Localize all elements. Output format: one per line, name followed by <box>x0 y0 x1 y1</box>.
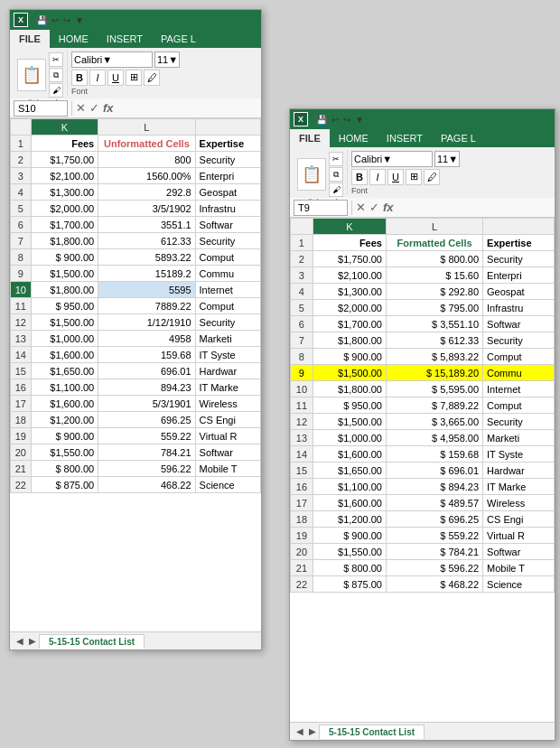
cell2-l-20[interactable]: $ 784.21 <box>386 544 482 560</box>
format-painter-2[interactable]: 🖌 <box>329 182 343 197</box>
cell2-k-1[interactable]: Fees <box>313 235 386 251</box>
formula-input-2[interactable] <box>394 202 551 213</box>
cell2-k-13[interactable]: $1,000.00 <box>313 430 386 446</box>
col-header-m-2[interactable] <box>483 219 555 235</box>
tab-home-2[interactable]: HOME <box>330 129 378 147</box>
cell2-m-12[interactable]: Security <box>483 414 555 430</box>
cell-m-18[interactable]: CS Engi <box>195 412 260 428</box>
undo-btn-1[interactable]: ↩ <box>51 14 60 26</box>
cell2-m-15[interactable]: Hardwar <box>483 463 555 479</box>
cell2-l-11[interactable]: $ 7,889.22 <box>386 397 482 414</box>
cell-m-22[interactable]: Science <box>195 477 260 493</box>
x-icon-1[interactable]: ✕ <box>76 101 86 115</box>
cell2-k-6[interactable]: $1,700.00 <box>313 316 386 332</box>
nav-right-1[interactable]: ▶ <box>26 636 39 646</box>
cell-k-5[interactable]: $2,000.00 <box>31 201 98 217</box>
cell-l-10[interactable]: 5595 <box>98 282 195 298</box>
cell-m-9[interactable]: Commu <box>195 266 260 282</box>
cell-l-4[interactable]: 292.8 <box>98 184 195 201</box>
cell2-k-2[interactable]: $1,750.00 <box>313 251 386 267</box>
cell-m-16[interactable]: IT Marke <box>195 379 260 396</box>
cell-l-2[interactable]: 800 <box>98 152 195 168</box>
cell2-k-15[interactable]: $1,650.00 <box>313 463 386 479</box>
tab-home-1[interactable]: HOME <box>50 30 98 48</box>
cell2-k-16[interactable]: $1,100.00 <box>313 479 386 495</box>
cell2-m-2[interactable]: Security <box>483 251 555 267</box>
cell-k-7[interactable]: $1,800.00 <box>31 233 98 249</box>
cell2-l-16[interactable]: $ 894.23 <box>386 479 482 495</box>
cell2-k-4[interactable]: $1,300.00 <box>313 284 386 300</box>
cell-l-13[interactable]: 4958 <box>98 331 195 347</box>
cell2-l-12[interactable]: $ 3,665.00 <box>386 414 482 430</box>
cell-l-3[interactable]: 1560.00% <box>98 168 195 184</box>
cell2-m-17[interactable]: Wireless <box>483 495 555 511</box>
cell-m-1[interactable]: Expertise <box>195 136 260 152</box>
cell-k-12[interactable]: $1,500.00 <box>31 314 98 331</box>
cell-m-8[interactable]: Comput <box>195 249 260 266</box>
cell2-k-9[interactable]: $1,500.00 <box>313 365 386 381</box>
cell-l-16[interactable]: 894.23 <box>98 379 195 396</box>
italic-button-1[interactable]: I <box>89 70 106 86</box>
cut-button-1[interactable]: ✂ <box>49 52 63 67</box>
cell2-l-4[interactable]: $ 292.80 <box>386 284 482 300</box>
cell-m-4[interactable]: Geospat <box>195 184 260 201</box>
tab-insert-1[interactable]: INSERT <box>98 30 152 48</box>
cell-k-18[interactable]: $1,200.00 <box>31 412 98 428</box>
cell2-m-1[interactable]: Expertise <box>483 235 555 251</box>
cell2-k-18[interactable]: $1,200.00 <box>313 511 386 528</box>
cell2-l-21[interactable]: $ 596.22 <box>386 560 482 576</box>
formula-input-1[interactable] <box>114 103 257 114</box>
cell-l-20[interactable]: 784.21 <box>98 444 195 461</box>
redo-btn-1[interactable]: ↪ <box>62 14 71 26</box>
paste-button-1[interactable]: 📋 <box>17 59 46 91</box>
cell2-l-3[interactable]: $ 15.60 <box>386 267 482 284</box>
cell2-l-18[interactable]: $ 696.25 <box>386 511 482 528</box>
nav-left-1[interactable]: ◀ <box>14 636 26 646</box>
font-name-dropdown-1[interactable]: Calibri▼ <box>71 51 153 68</box>
redo-btn-2[interactable]: ↪ <box>342 114 351 126</box>
cell2-m-3[interactable]: Enterpri <box>483 267 555 284</box>
check-icon-1[interactable]: ✓ <box>89 101 99 115</box>
tab-file-2[interactable]: FILE <box>290 129 330 147</box>
cell2-k-11[interactable]: $ 950.00 <box>313 397 386 414</box>
cell2-k-21[interactable]: $ 800.00 <box>313 560 386 576</box>
cell2-l-13[interactable]: $ 4,958.00 <box>386 430 482 446</box>
cell-m-3[interactable]: Enterpri <box>195 168 260 184</box>
border-button-1[interactable]: ⊞ <box>126 70 142 86</box>
format-painter-1[interactable]: 🖌 <box>49 83 63 98</box>
cell2-l-7[interactable]: $ 612.33 <box>386 332 482 349</box>
check-icon-2[interactable]: ✓ <box>369 201 379 214</box>
cell2-k-12[interactable]: $1,500.00 <box>313 414 386 430</box>
cell-k-11[interactable]: $ 950.00 <box>31 298 98 314</box>
cell2-m-13[interactable]: Marketi <box>483 430 555 446</box>
cell-l-19[interactable]: 559.22 <box>98 428 195 444</box>
fill-button-2[interactable]: 🖊 <box>424 169 440 185</box>
cell2-m-10[interactable]: Internet <box>483 381 555 397</box>
bold-button-1[interactable]: B <box>71 70 88 86</box>
tab-file-1[interactable]: FILE <box>10 30 50 48</box>
sheet-tab-1[interactable]: 5-15-15 Contact List <box>39 634 145 649</box>
cell2-k-5[interactable]: $2,000.00 <box>313 300 386 316</box>
cell2-k-20[interactable]: $1,550.00 <box>313 544 386 560</box>
dropdown-btn-1[interactable]: ▼ <box>74 14 85 26</box>
cell-l-1[interactable]: Unformatted Cells <box>98 136 195 152</box>
fill-button-1[interactable]: 🖊 <box>144 70 160 86</box>
cell-m-19[interactable]: Virtual R <box>195 428 260 444</box>
cell-k-3[interactable]: $2,100.00 <box>31 168 98 184</box>
cell-k-14[interactable]: $1,600.00 <box>31 347 98 363</box>
cell-ref-1[interactable]: S10 <box>14 100 68 117</box>
cell2-m-22[interactable]: Science <box>483 576 555 593</box>
cell-l-6[interactable]: 3551.1 <box>98 217 195 233</box>
italic-button-2[interactable]: I <box>369 169 386 185</box>
tab-pagel-1[interactable]: PAGE L <box>152 30 205 48</box>
cell-l-14[interactable]: 159.68 <box>98 347 195 363</box>
save-btn-1[interactable]: 💾 <box>35 14 48 26</box>
cell-m-13[interactable]: Marketi <box>195 331 260 347</box>
cell2-l-10[interactable]: $ 5,595.00 <box>386 381 482 397</box>
cell-l-12[interactable]: 1/12/1910 <box>98 314 195 331</box>
dropdown-btn-2[interactable]: ▼ <box>354 114 365 126</box>
x-icon-2[interactable]: ✕ <box>356 201 366 214</box>
cell-l-21[interactable]: 596.22 <box>98 461 195 477</box>
cell2-m-5[interactable]: Infrastru <box>483 300 555 316</box>
cell2-m-9[interactable]: Commu <box>483 365 555 381</box>
